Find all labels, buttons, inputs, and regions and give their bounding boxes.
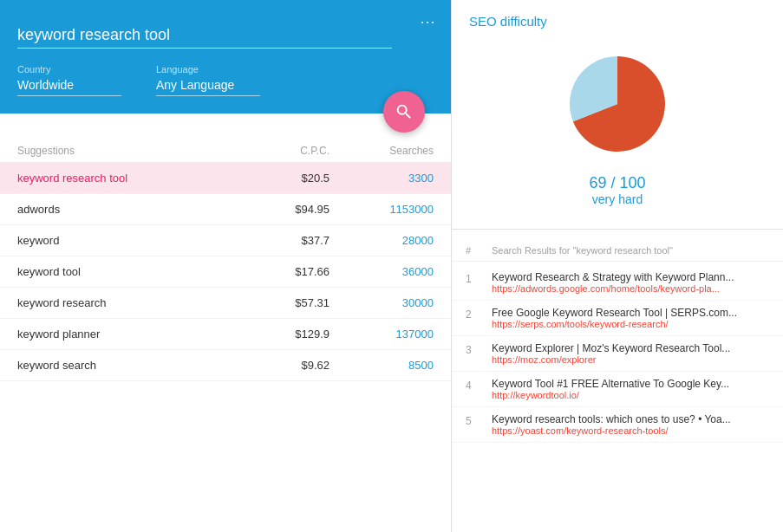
serp-url: https://moz.com/explorer: [492, 354, 769, 365]
language-label: Language: [156, 64, 260, 75]
more-options-button[interactable]: ⋯: [420, 12, 437, 31]
pie-container: 69 / 100 very hard: [469, 39, 766, 215]
table-row[interactable]: keyword research $57.31 30000: [0, 288, 451, 319]
seo-score: 69 / 100: [589, 174, 645, 192]
serp-title: Keyword Research & Strategy with Keyword…: [492, 271, 769, 283]
cpc-cell: $37.7: [225, 234, 330, 247]
serp-url: https://adwords.google.com/home/tools/ke…: [492, 283, 769, 294]
serp-content: Keyword Explorer | Moz's Keyword Researc…: [492, 342, 769, 365]
serp-content: Keyword Tool #1 FREE Alternative To Goog…: [492, 378, 769, 400]
keyword-cell: keyword research: [17, 296, 225, 309]
language-filter: Language Any Language: [156, 64, 260, 96]
table-row[interactable]: keyword search $9.62 8500: [0, 350, 451, 381]
seo-pie-chart: [548, 48, 687, 169]
seo-section: SEO difficulty 69 / 100 very hard: [452, 0, 783, 230]
cpc-cell: $129.9: [225, 328, 330, 341]
serp-title: Keyword Explorer | Moz's Keyword Researc…: [492, 342, 769, 354]
keyword-input[interactable]: [17, 23, 392, 49]
keyword-cell: adwords: [17, 203, 225, 216]
serp-num: 1: [466, 271, 492, 294]
searches-cell: 28000: [330, 234, 434, 247]
serp-row[interactable]: 1 Keyword Research & Strategy with Keywo…: [452, 265, 783, 301]
search-button[interactable]: [383, 91, 425, 133]
serp-row[interactable]: 3 Keyword Explorer | Moz's Keyword Resea…: [452, 336, 783, 372]
table-body: keyword research tool $20.5 3300 adwords…: [0, 163, 451, 381]
searches-cell: 137000: [330, 328, 434, 341]
table-row[interactable]: keyword tool $17.66 36000: [0, 256, 451, 288]
table-row[interactable]: keyword research tool $20.5 3300: [0, 163, 451, 194]
serp-title: Keyword research tools: which ones to us…: [492, 413, 769, 425]
filters-row: Country Worldwide Language Any Language: [17, 64, 434, 96]
search-icon: [395, 102, 414, 121]
keyword-cell: keyword planner: [17, 328, 225, 341]
serp-hash-col: #: [466, 245, 492, 256]
serp-num: 5: [466, 413, 492, 436]
table-header: Suggestions C.P.C. Searches: [0, 139, 451, 163]
left-panel: ⋯ Country Worldwide Language Any Languag…: [0, 0, 451, 532]
serp-title: Keyword Tool #1 FREE Alternative To Goog…: [492, 378, 769, 390]
searches-cell: 36000: [330, 265, 434, 278]
table-row[interactable]: adwords $94.95 1153000: [0, 194, 451, 225]
serp-num: 3: [466, 342, 492, 365]
serp-content: Keyword research tools: which ones to us…: [492, 413, 769, 436]
keyword-cell: keyword search: [17, 359, 225, 372]
table-row[interactable]: keyword $37.7 28000: [0, 225, 451, 256]
cpc-cell: $94.95: [225, 203, 330, 216]
serp-row[interactable]: 5 Keyword research tools: which ones to …: [452, 407, 783, 443]
serp-header: # Search Results for "keyword research t…: [452, 240, 783, 262]
keyword-cell: keyword research tool: [17, 172, 225, 185]
language-value[interactable]: Any Language: [156, 78, 260, 96]
searches-cell: 3300: [330, 172, 434, 185]
serp-content: Keyword Research & Strategy with Keyword…: [492, 271, 769, 294]
searches-cell: 30000: [330, 296, 434, 309]
serp-num: 2: [466, 307, 492, 329]
keyword-cell: keyword tool: [17, 265, 225, 278]
country-filter: Country Worldwide: [17, 64, 121, 96]
suggestions-table: Suggestions C.P.C. Searches keyword rese…: [0, 114, 451, 532]
country-value[interactable]: Worldwide: [17, 78, 121, 96]
col-cpc-header: C.P.C.: [225, 145, 330, 157]
serp-content: Free Google Keyword Research Tool | SERP…: [492, 307, 769, 329]
seo-label: very hard: [592, 192, 643, 206]
right-panel: SEO difficulty 69 / 100 very hard # Sear…: [451, 0, 783, 532]
country-label: Country: [17, 64, 121, 75]
serp-num: 4: [466, 378, 492, 400]
col-searches-header: Searches: [330, 145, 434, 157]
serp-section: # Search Results for "keyword research t…: [452, 230, 783, 532]
cpc-cell: $9.62: [225, 359, 330, 372]
serp-title: Free Google Keyword Research Tool | SERP…: [492, 307, 769, 319]
cpc-cell: $57.31: [225, 296, 330, 309]
serp-results-label: Search Results for "keyword research too…: [492, 245, 769, 256]
cpc-cell: $20.5: [225, 172, 330, 185]
searches-cell: 8500: [330, 359, 434, 372]
serp-row[interactable]: 2 Free Google Keyword Research Tool | SE…: [452, 301, 783, 336]
table-row[interactable]: keyword planner $129.9 137000: [0, 319, 451, 350]
searches-cell: 1153000: [330, 203, 434, 216]
serp-url: http://keywordtool.io/: [492, 390, 769, 400]
col-suggestions-header: Suggestions: [17, 145, 225, 157]
cpc-cell: $17.66: [225, 265, 330, 278]
seo-title: SEO difficulty: [469, 14, 766, 29]
serp-row[interactable]: 4 Keyword Tool #1 FREE Alternative To Go…: [452, 372, 783, 407]
serp-url: https://serps.com/tools/keyword-research…: [492, 319, 769, 329]
serp-url: https://yoast.com/keyword-research-tools…: [492, 425, 769, 436]
serp-rows: 1 Keyword Research & Strategy with Keywo…: [452, 265, 783, 443]
keyword-cell: keyword: [17, 234, 225, 247]
search-header: ⋯ Country Worldwide Language Any Languag…: [0, 0, 451, 114]
